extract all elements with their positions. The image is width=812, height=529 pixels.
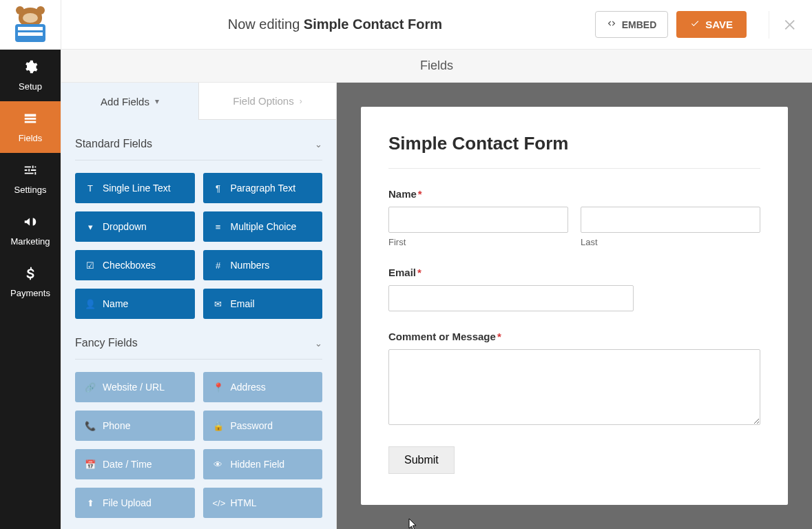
group-standard-fields[interactable]: Standard Fields ⌄	[75, 120, 322, 160]
hash-icon: #	[213, 260, 224, 271]
chevron-down-icon: ⌄	[315, 139, 322, 149]
nav-payments-label: Payments	[10, 288, 50, 298]
name-label: Name*	[388, 188, 760, 200]
form-preview-area: Simple Contact Form Name* First	[337, 83, 812, 529]
last-name-input[interactable]	[581, 207, 760, 233]
first-sublabel: First	[388, 237, 568, 247]
chevron-down-icon: ▾	[155, 96, 159, 106]
embed-button[interactable]: EMBED	[595, 11, 669, 38]
email-label: Email*	[388, 267, 760, 278]
main-sidebar: Setup Fields Settings Marketing Payments	[0, 0, 61, 529]
field-numbers[interactable]: #Numbers	[203, 250, 323, 280]
code-icon	[607, 19, 616, 30]
map-pin-icon: 📍	[213, 382, 224, 393]
chevron-down-icon: ⌄	[315, 338, 322, 349]
message-label: Comment or Message*	[388, 331, 760, 342]
form-icon	[23, 111, 38, 129]
paragraph-icon: ¶	[213, 183, 224, 194]
nav-payments[interactable]: Payments	[0, 256, 61, 308]
top-bar: Now editing Simple Contact Form EMBED SA…	[61, 0, 812, 50]
field-checkboxes[interactable]: ☑Checkboxes	[75, 250, 195, 280]
nav-marketing-label: Marketing	[10, 236, 50, 247]
field-date-time[interactable]: 📅Date / Time	[75, 449, 195, 479]
lock-icon: 🔒	[213, 421, 224, 431]
upload-icon: ⬆	[85, 498, 96, 508]
field-single-line-text[interactable]: TSingle Line Text	[75, 173, 195, 203]
link-icon: 🔗	[85, 382, 96, 393]
nav-settings[interactable]: Settings	[0, 153, 61, 205]
sliders-icon	[23, 163, 38, 180]
form-field-message[interactable]: Comment or Message*	[388, 331, 760, 427]
field-name[interactable]: 👤Name	[75, 289, 195, 319]
field-file-upload[interactable]: ⬆File Upload	[75, 488, 195, 518]
field-hidden[interactable]: 👁Hidden Field	[203, 449, 323, 479]
field-multiple-choice[interactable]: ≡Multiple Choice	[203, 211, 323, 242]
field-email[interactable]: ✉Email	[203, 289, 323, 319]
check-square-icon: ☑	[85, 260, 96, 271]
save-button[interactable]: SAVE	[676, 11, 747, 38]
email-input[interactable]	[388, 285, 634, 311]
close-icon[interactable]	[769, 11, 798, 39]
first-name-input[interactable]	[388, 207, 568, 233]
phone-icon: 📞	[85, 421, 96, 431]
nav-setup[interactable]: Setup	[0, 50, 61, 101]
last-sublabel: Last	[581, 237, 760, 247]
bullhorn-icon	[23, 214, 38, 232]
fields-panel: Add Fields ▾ Field Options › Standard Fi…	[61, 83, 337, 529]
form-title: Simple Contact Form	[388, 133, 760, 154]
eye-slash-icon: 👁	[213, 459, 224, 470]
page-title: Now editing Simple Contact Form	[75, 17, 595, 32]
section-title: Fields	[61, 50, 812, 83]
field-address[interactable]: 📍Address	[203, 372, 323, 402]
user-icon: 👤	[85, 299, 96, 309]
form-field-email[interactable]: Email*	[388, 267, 760, 311]
nav-marketing[interactable]: Marketing	[0, 205, 61, 256]
field-html[interactable]: </>HTML	[203, 488, 323, 518]
chevron-right-icon: ›	[300, 96, 302, 106]
envelope-icon: ✉	[213, 299, 224, 309]
check-icon	[690, 19, 700, 30]
text-icon: T	[85, 183, 96, 194]
logo	[0, 0, 61, 50]
field-password[interactable]: 🔒Password	[203, 411, 323, 441]
nav-settings-label: Settings	[14, 185, 47, 195]
dollar-icon	[23, 266, 38, 284]
nav-setup-label: Setup	[19, 81, 42, 92]
field-website-url[interactable]: 🔗Website / URL	[75, 372, 195, 402]
calendar-icon: 📅	[85, 459, 96, 470]
caret-square-icon: ▾	[85, 222, 96, 232]
form-field-name[interactable]: Name* First Last	[388, 188, 760, 247]
divider	[388, 168, 760, 169]
field-paragraph-text[interactable]: ¶Paragraph Text	[203, 173, 323, 203]
field-phone[interactable]: 📞Phone	[75, 411, 195, 441]
tab-field-options[interactable]: Field Options ›	[198, 83, 336, 120]
list-icon: ≡	[213, 222, 224, 232]
message-textarea[interactable]	[388, 349, 760, 425]
submit-button[interactable]: Submit	[388, 446, 455, 474]
form-preview[interactable]: Simple Contact Form Name* First	[361, 107, 788, 505]
nav-fields-label: Fields	[19, 133, 43, 143]
field-dropdown[interactable]: ▾Dropdown	[75, 211, 195, 242]
gear-icon	[23, 59, 38, 77]
group-fancy-fields[interactable]: Fancy Fields ⌄	[75, 319, 322, 360]
nav-fields[interactable]: Fields	[0, 101, 61, 153]
tab-add-fields[interactable]: Add Fields ▾	[61, 83, 198, 120]
code-icon: </>	[213, 498, 224, 508]
